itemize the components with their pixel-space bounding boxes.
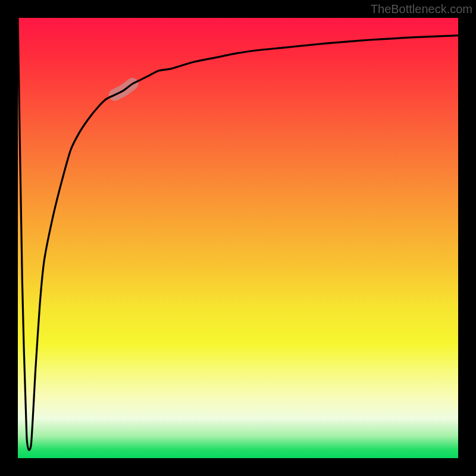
attribution-text: TheBottleneck.com [371, 2, 472, 16]
curve-layer [18, 18, 458, 458]
data-curve [18, 18, 458, 450]
plot-area [18, 18, 458, 458]
chart-frame: TheBottleneck.com [0, 0, 476, 476]
